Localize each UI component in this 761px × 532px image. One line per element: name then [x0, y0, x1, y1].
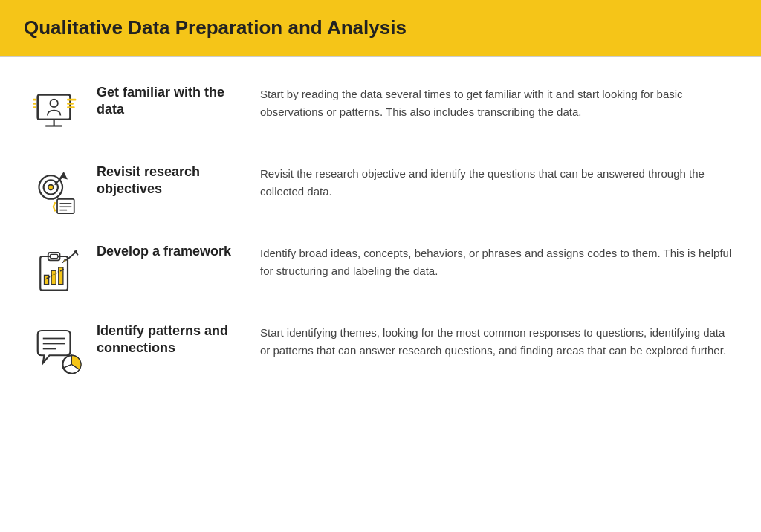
- list-item: Identify patterns and connections Start …: [24, 311, 737, 390]
- svg-rect-5: [67, 99, 76, 101]
- svg-rect-10: [33, 106, 36, 108]
- item-description: Start by reading the data several times …: [260, 85, 737, 121]
- svg-rect-9: [33, 103, 36, 105]
- svg-rect-7: [67, 106, 75, 108]
- svg-marker-27: [62, 259, 66, 263]
- item-desc-area: Revisit the research objective and ident…: [254, 163, 737, 201]
- item-description: Identify broad ideas, concepts, behavior…: [260, 244, 737, 280]
- svg-point-4: [50, 100, 58, 108]
- item-label: Identify patterns and connections: [97, 322, 242, 357]
- item-icon-revisit: [24, 163, 91, 218]
- item-label: Develop a framework: [97, 243, 231, 260]
- item-label: Get familiar with the data: [97, 84, 242, 119]
- item-icon-patterns: [24, 322, 91, 377]
- main-content: Get familiar with the data Start by read…: [0, 57, 761, 405]
- item-desc-area: Start by reading the data several times …: [254, 84, 737, 121]
- item-icon-framework: [24, 243, 91, 298]
- item-label-area: Revisit research objectives: [91, 163, 254, 198]
- item-description: Revisit the research objective and ident…: [260, 165, 737, 201]
- item-label: Revisit research objectives: [97, 163, 242, 198]
- item-label-area: Identify patterns and connections: [91, 322, 254, 357]
- list-item: Get familiar with the data Start by read…: [24, 72, 737, 152]
- svg-line-26: [66, 253, 75, 261]
- item-label-area: Develop a framework: [91, 243, 254, 260]
- page-title: Qualitative Data Preparation and Analysi…: [24, 16, 737, 39]
- svg-rect-24: [51, 270, 56, 284]
- item-label-area: Get familiar with the data: [91, 84, 254, 119]
- svg-point-13: [48, 185, 54, 190]
- svg-rect-16: [57, 199, 74, 213]
- svg-rect-22: [50, 254, 58, 258]
- list-item: Revisit research objectives Revisit the …: [24, 152, 737, 231]
- svg-rect-25: [59, 267, 63, 285]
- svg-rect-6: [67, 103, 74, 105]
- item-icon-familiar: [24, 84, 91, 139]
- svg-rect-8: [33, 99, 36, 101]
- item-desc-area: Start identifying themes, looking for th…: [254, 322, 737, 360]
- item-description: Start identifying themes, looking for th…: [260, 324, 737, 360]
- list-item: Develop a framework Identify broad ideas…: [24, 231, 737, 311]
- page-header: Qualitative Data Preparation and Analysi…: [0, 0, 761, 56]
- item-desc-area: Identify broad ideas, concepts, behavior…: [254, 243, 737, 280]
